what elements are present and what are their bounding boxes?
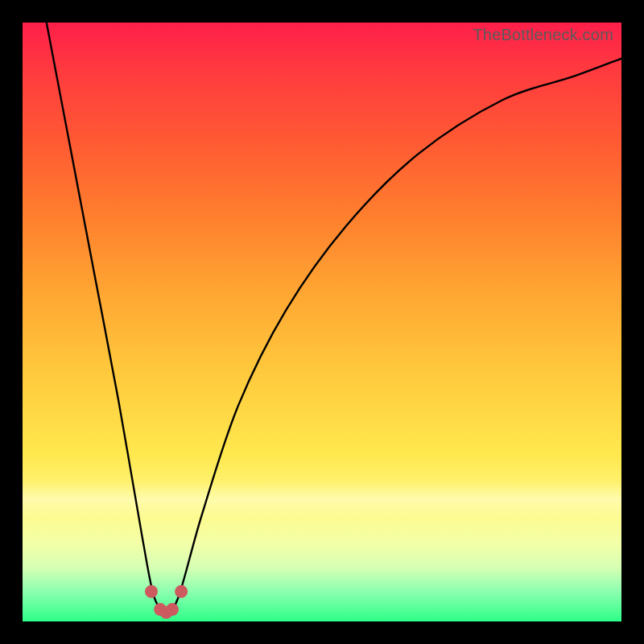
plot-area: TheBottleneck.com [23, 23, 621, 621]
background-gradient [23, 23, 621, 621]
watermark-text: TheBottleneck.com [473, 26, 613, 44]
